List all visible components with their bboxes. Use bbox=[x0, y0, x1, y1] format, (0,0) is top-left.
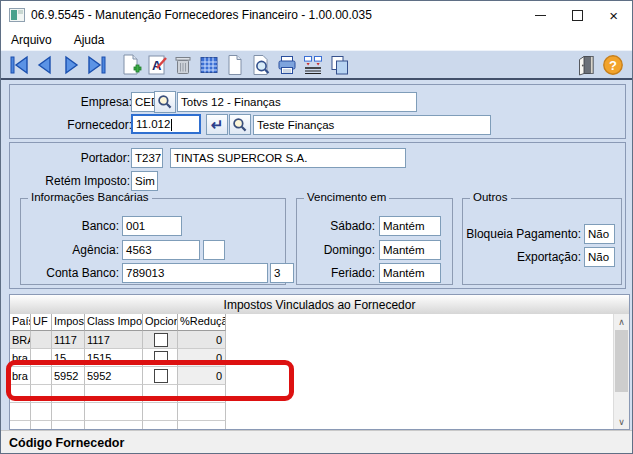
delete-record-button[interactable] bbox=[170, 52, 196, 77]
window-title: 06.9.5545 - Manutenção Fornecedores Fina… bbox=[31, 8, 372, 22]
enter-icon: ↵ bbox=[211, 117, 224, 132]
add-record-icon bbox=[119, 53, 143, 77]
maximize-button[interactable] bbox=[572, 10, 583, 21]
fornecedor-code-input[interactable]: 11.012 bbox=[131, 114, 201, 134]
exit-button[interactable] bbox=[574, 52, 600, 77]
empresa-lookup-button[interactable] bbox=[154, 91, 176, 113]
portador-name-field: TINTAS SUPERCOR S.A. bbox=[170, 148, 406, 168]
domingo-label: Domingo: bbox=[305, 243, 375, 257]
table-cell bbox=[31, 367, 52, 385]
table-cell: 1117 bbox=[85, 331, 143, 349]
nav-next-button[interactable] bbox=[58, 52, 84, 77]
opcional-checkbox[interactable] bbox=[154, 351, 168, 365]
table-cell bbox=[10, 385, 31, 403]
impostos-table-panel: Impostos Vinculados ao Fornecedor PaísUF… bbox=[9, 294, 630, 430]
fornecedor-name-field: Teste Finanças bbox=[253, 115, 491, 135]
copy-button[interactable] bbox=[326, 52, 352, 77]
portador-code-field[interactable]: T237 bbox=[131, 148, 163, 168]
sabado-field[interactable]: Mantém bbox=[379, 216, 441, 236]
table-cell bbox=[31, 403, 52, 421]
edit-record-button[interactable]: A bbox=[144, 52, 170, 77]
table-cell bbox=[178, 403, 226, 421]
new-document-icon bbox=[223, 53, 247, 77]
impostos-table: PaísUFImpostoClass ImpostoOpcional%Reduç… bbox=[10, 314, 614, 429]
scroll-down-icon[interactable]: ∨ bbox=[614, 414, 629, 429]
new-document-button[interactable] bbox=[222, 52, 248, 77]
edit-record-icon: A bbox=[145, 53, 169, 77]
table-cell: 0 bbox=[178, 349, 226, 367]
column-header[interactable]: Class Imposto bbox=[85, 314, 143, 331]
opcional-checkbox[interactable] bbox=[154, 369, 168, 383]
opcional-checkbox[interactable] bbox=[154, 333, 168, 347]
exportacao-field[interactable]: Não bbox=[584, 247, 615, 267]
bloqueia-pagamento-field[interactable]: Não bbox=[584, 224, 615, 244]
portador-label: Portador: bbox=[68, 151, 130, 165]
status-bar: Código Fornecedor bbox=[1, 430, 632, 454]
nav-prev-icon bbox=[33, 53, 57, 77]
column-header[interactable]: %Redução bbox=[178, 314, 226, 331]
table-cell: 0 bbox=[178, 331, 226, 349]
table-row[interactable]: bra595259520 bbox=[10, 367, 614, 385]
agencia-digito-field[interactable] bbox=[203, 240, 225, 260]
report-range-button[interactable] bbox=[300, 52, 326, 77]
table-cell bbox=[52, 403, 85, 421]
close-button[interactable]: × bbox=[609, 8, 618, 23]
table-row[interactable] bbox=[10, 403, 614, 421]
table-view-icon bbox=[197, 53, 221, 77]
opcional-cell bbox=[143, 367, 178, 385]
opcional-cell bbox=[143, 385, 178, 403]
nav-prev-button[interactable] bbox=[32, 52, 58, 77]
table-cell bbox=[85, 385, 143, 403]
help-button[interactable]: ? bbox=[600, 52, 626, 77]
table-cell: bra bbox=[10, 367, 31, 385]
toolbar: A ? bbox=[1, 50, 632, 80]
table-cell: bra bbox=[10, 349, 31, 367]
feriado-field[interactable]: Mantém bbox=[379, 263, 441, 283]
scrollbar-thumb[interactable] bbox=[615, 330, 628, 392]
column-header[interactable]: Imposto bbox=[52, 314, 85, 331]
table-row[interactable]: BRA111711170 bbox=[10, 331, 614, 349]
banco-field[interactable]: 001 bbox=[122, 216, 182, 236]
table-row[interactable] bbox=[10, 385, 614, 403]
add-record-button[interactable] bbox=[118, 52, 144, 77]
table-cell: 5952 bbox=[52, 367, 85, 385]
conta-banco-field[interactable]: 789013 bbox=[122, 263, 268, 283]
table-cell bbox=[52, 385, 85, 403]
fornecedor-lookup-button[interactable] bbox=[229, 114, 251, 135]
table-row[interactable]: bra1515150 bbox=[10, 349, 614, 367]
status-text: Código Fornecedor bbox=[9, 436, 124, 450]
table-vertical-scrollbar[interactable]: ∧ ∨ bbox=[613, 314, 629, 429]
menu-bar: Arquivo Ajuda bbox=[1, 29, 632, 50]
retem-imposto-field[interactable]: Sim bbox=[131, 171, 158, 191]
delete-record-icon bbox=[171, 53, 195, 77]
print-button[interactable] bbox=[274, 52, 300, 77]
column-header[interactable]: País bbox=[10, 314, 31, 331]
impostos-table-title: Impostos Vinculados ao Fornecedor bbox=[10, 295, 629, 315]
nav-first-button[interactable] bbox=[6, 52, 32, 77]
app-icon bbox=[9, 8, 25, 22]
fornecedor-label: Fornecedor: bbox=[50, 118, 132, 132]
nav-last-button[interactable] bbox=[84, 52, 110, 77]
scroll-up-icon[interactable]: ∧ bbox=[614, 314, 629, 329]
domingo-field[interactable]: Mantém bbox=[379, 240, 441, 260]
menu-ajuda[interactable]: Ajuda bbox=[74, 33, 105, 47]
preview-button[interactable] bbox=[248, 52, 274, 77]
nav-first-icon bbox=[7, 53, 31, 77]
column-header[interactable]: Opcional bbox=[143, 314, 178, 331]
table-cell bbox=[52, 421, 85, 429]
table-view-button[interactable] bbox=[196, 52, 222, 77]
conta-digito-field[interactable]: 3 bbox=[270, 263, 294, 283]
empresa-name-field: Totvs 12 - Finanças bbox=[177, 92, 417, 112]
agencia-field[interactable]: 4563 bbox=[122, 240, 200, 260]
fornecedor-confirm-button[interactable]: ↵ bbox=[206, 114, 228, 135]
detail-panel: Portador: T237 TINTAS SUPERCOR S.A. Reté… bbox=[9, 142, 626, 289]
feriado-label: Feriado: bbox=[305, 266, 375, 280]
menu-arquivo[interactable]: Arquivo bbox=[11, 33, 52, 47]
help-icon: ? bbox=[601, 53, 625, 77]
minimize-button[interactable] bbox=[535, 15, 546, 16]
column-header[interactable]: UF bbox=[31, 314, 52, 331]
report-range-icon bbox=[301, 53, 325, 77]
table-row[interactable] bbox=[10, 421, 614, 429]
exportacao-label: Exportação: bbox=[465, 250, 581, 264]
exit-door-icon bbox=[575, 53, 599, 77]
